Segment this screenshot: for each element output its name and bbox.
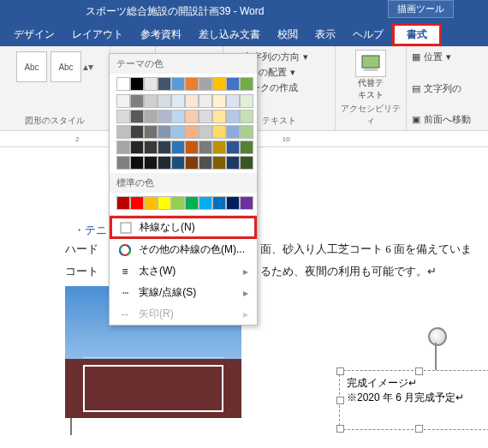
color-swatch[interactable] (144, 125, 158, 139)
callout-textbox[interactable]: 完成イメージ↵ ※2020 年 6 月完成予定↵ (339, 370, 488, 430)
color-swatch[interactable] (240, 94, 253, 108)
color-swatch[interactable] (212, 94, 226, 108)
color-swatch[interactable] (130, 196, 144, 210)
color-swatch[interactable] (226, 94, 240, 108)
alt-text-button[interactable] (355, 50, 386, 77)
color-swatch[interactable] (116, 77, 130, 91)
color-swatch[interactable] (240, 77, 253, 91)
doc-line: るため、夜間の利用も可能です。↵ (260, 264, 437, 279)
color-swatch[interactable] (158, 125, 171, 139)
svg-rect-3 (121, 223, 131, 233)
bring-forward-button[interactable]: ▣前面へ移動 (412, 112, 471, 127)
color-swatch[interactable] (226, 110, 240, 123)
shape-style-preset[interactable]: Abc (16, 51, 47, 82)
shape-style-preset[interactable]: Abc (51, 51, 81, 82)
color-swatch[interactable] (171, 110, 185, 123)
color-swatch[interactable] (240, 156, 253, 170)
color-swatch[interactable] (240, 140, 253, 154)
color-swatch[interactable] (212, 140, 226, 154)
color-swatch[interactable] (171, 140, 185, 154)
color-swatch[interactable] (226, 196, 240, 210)
weight-submenu[interactable]: ≡ 太さ(W) ▸ (110, 260, 257, 282)
color-swatch[interactable] (199, 140, 212, 154)
resize-handle[interactable] (415, 367, 423, 375)
connector-handle[interactable] (428, 327, 447, 346)
tab-design[interactable]: デザイン (5, 24, 63, 45)
color-swatch[interactable] (212, 125, 226, 139)
color-swatch[interactable] (240, 110, 253, 123)
color-swatch[interactable] (144, 77, 158, 91)
color-swatch[interactable] (185, 156, 199, 170)
color-swatch[interactable] (144, 196, 158, 210)
color-swatch[interactable] (116, 94, 130, 108)
color-swatch[interactable] (226, 156, 240, 170)
resize-handle[interactable] (415, 425, 423, 433)
dashes-submenu[interactable]: ┄ 実線/点線(S) ▸ (110, 282, 257, 303)
color-swatch[interactable] (185, 125, 199, 139)
color-swatch[interactable] (116, 196, 130, 210)
color-swatch[interactable] (240, 196, 253, 210)
color-swatch[interactable] (171, 156, 185, 170)
color-swatch[interactable] (212, 77, 226, 91)
tab-layout[interactable]: レイアウト (63, 24, 132, 45)
color-swatch[interactable] (130, 77, 144, 91)
color-swatch[interactable] (158, 140, 171, 154)
color-swatch[interactable] (212, 196, 226, 210)
wrap-text-button[interactable]: ▤文字列の (412, 81, 461, 96)
color-swatch[interactable] (185, 77, 199, 91)
color-swatch[interactable] (212, 156, 226, 170)
color-swatch[interactable] (185, 196, 199, 210)
resize-handle[interactable] (336, 367, 344, 375)
color-swatch[interactable] (144, 140, 158, 154)
color-swatch[interactable] (158, 94, 171, 108)
color-swatch[interactable] (171, 94, 185, 108)
color-swatch[interactable] (185, 110, 199, 123)
style-gallery-more[interactable]: ▴▾ (83, 50, 95, 84)
color-swatch[interactable] (130, 110, 144, 123)
color-swatch[interactable] (130, 94, 144, 108)
color-swatch[interactable] (116, 156, 130, 170)
tab-references[interactable]: 参考資料 (132, 24, 190, 45)
color-swatch[interactable] (199, 94, 212, 108)
no-outline-item[interactable]: 枠線なし(N) (110, 216, 257, 239)
color-swatch[interactable] (144, 94, 158, 108)
color-swatch[interactable] (226, 77, 240, 91)
color-swatch[interactable] (171, 125, 185, 139)
color-swatch[interactable] (185, 140, 199, 154)
tab-format[interactable]: 書式 (392, 23, 442, 46)
color-swatch[interactable] (158, 156, 171, 170)
color-swatch[interactable] (226, 140, 240, 154)
contextual-tool-tab[interactable]: 描画ツール (388, 0, 454, 18)
color-swatch[interactable] (130, 140, 144, 154)
color-swatch[interactable] (212, 110, 226, 123)
tab-mailings[interactable]: 差し込み文書 (190, 24, 269, 45)
color-swatch[interactable] (144, 156, 158, 170)
tab-help[interactable]: ヘルプ (344, 24, 392, 45)
color-swatch[interactable] (199, 196, 212, 210)
resize-handle[interactable] (336, 397, 344, 404)
color-swatch[interactable] (158, 77, 171, 91)
tab-review[interactable]: 校閲 (269, 24, 306, 45)
color-swatch[interactable] (185, 94, 199, 108)
resize-handle[interactable] (336, 425, 344, 433)
color-swatch[interactable] (130, 156, 144, 170)
color-swatch[interactable] (116, 140, 130, 154)
color-swatch[interactable] (116, 110, 130, 123)
more-outline-colors-item[interactable]: その他の枠線の色(M)... (110, 239, 257, 260)
color-swatch[interactable] (158, 196, 171, 210)
color-swatch[interactable] (158, 110, 171, 123)
color-swatch[interactable] (199, 156, 212, 170)
color-swatch[interactable] (199, 77, 212, 91)
doc-line: コート (65, 264, 98, 279)
color-swatch[interactable] (116, 125, 130, 139)
color-swatch[interactable] (130, 125, 144, 139)
color-swatch[interactable] (144, 110, 158, 123)
color-swatch[interactable] (199, 125, 212, 139)
color-swatch[interactable] (226, 125, 240, 139)
color-swatch[interactable] (240, 125, 253, 139)
tab-view[interactable]: 表示 (306, 24, 344, 45)
color-swatch[interactable] (171, 196, 185, 210)
color-swatch[interactable] (199, 110, 212, 123)
position-button[interactable]: ▦位置 ▾ (412, 50, 451, 64)
color-swatch[interactable] (171, 77, 185, 91)
